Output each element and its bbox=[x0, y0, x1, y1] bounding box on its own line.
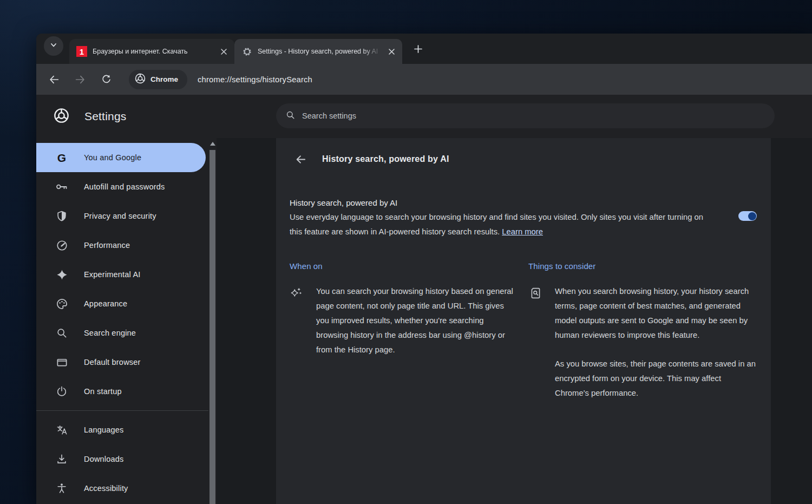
things-to-consider-heading: Things to consider bbox=[528, 261, 757, 271]
things-paragraph: When you search browsing history, your h… bbox=[555, 284, 757, 343]
settings-main-area: History search, powered by AI History se… bbox=[217, 138, 812, 504]
setting-description: Use everyday language to search your bro… bbox=[290, 210, 711, 239]
settings-search-box[interactable] bbox=[276, 103, 775, 128]
tab-strip: 1 Браузеры и интернет. Скачать Settings … bbox=[36, 34, 812, 64]
when-on-text: You can search your browsing history bas… bbox=[316, 284, 514, 357]
google-g-icon: G bbox=[55, 151, 68, 164]
doc-search-icon bbox=[528, 286, 542, 300]
new-tab-button[interactable] bbox=[410, 41, 426, 57]
things-to-consider-column: Things to consider bbox=[528, 261, 757, 401]
sidebar-divider bbox=[36, 410, 208, 411]
close-tab-icon[interactable] bbox=[217, 45, 230, 58]
sidebar-item-default-browser[interactable]: Default browser bbox=[36, 348, 208, 377]
back-arrow-icon[interactable] bbox=[294, 153, 307, 166]
history-search-toggle[interactable] bbox=[738, 211, 757, 221]
subpage-title: History search, powered by AI bbox=[322, 154, 449, 164]
when-on-heading: When on bbox=[290, 261, 528, 271]
setting-label: History search, powered by AI bbox=[290, 198, 716, 207]
chip-label: Chrome bbox=[150, 75, 178, 83]
tab-channel-one[interactable]: 1 Браузеры и интернет. Скачать bbox=[69, 39, 234, 64]
forward-button[interactable] bbox=[71, 71, 89, 88]
channel-one-favicon: 1 bbox=[76, 46, 87, 57]
chrome-logo-icon bbox=[134, 73, 146, 87]
sidebar-scrollbar bbox=[208, 138, 217, 504]
sidebar-item-accessibility[interactable]: Accessibility bbox=[36, 474, 208, 503]
desktop-background: 1 Браузеры и интернет. Скачать Settings … bbox=[0, 0, 812, 504]
shield-icon bbox=[55, 210, 68, 222]
download-icon bbox=[55, 453, 68, 466]
power-icon bbox=[55, 385, 68, 398]
close-tab-icon[interactable] bbox=[385, 45, 398, 58]
sidebar-item-you-and-google[interactable]: G You and Google bbox=[36, 143, 206, 172]
sidebar-item-downloads[interactable]: Downloads bbox=[36, 444, 208, 474]
toggle-knob bbox=[748, 212, 756, 220]
scrollbar-thumb[interactable] bbox=[209, 150, 215, 504]
sidebar-item-search-engine[interactable]: Search engine bbox=[36, 318, 208, 348]
gear-icon bbox=[241, 46, 252, 57]
speedometer-icon bbox=[55, 239, 68, 252]
settings-sidebar: G You and Google Autofill and passwords … bbox=[36, 138, 208, 504]
search-icon bbox=[285, 110, 296, 122]
key-icon bbox=[55, 180, 68, 193]
things-paragraph: As you browse sites, their page contents… bbox=[555, 357, 757, 401]
sparkles-icon bbox=[290, 286, 304, 300]
scrollbar-up-arrow[interactable] bbox=[210, 142, 215, 146]
sidebar-item-on-startup[interactable]: On startup bbox=[36, 377, 208, 406]
tab-title: Браузеры и интернет. Скачать bbox=[93, 48, 217, 55]
when-on-column: When on You can search your browsi bbox=[290, 261, 528, 401]
browser-toolbar: Chrome chrome://settings/historySearch bbox=[36, 64, 812, 95]
sparkle-icon bbox=[55, 268, 68, 281]
settings-header: Settings bbox=[36, 95, 812, 138]
accessibility-icon bbox=[55, 482, 68, 495]
sidebar-item-autofill[interactable]: Autofill and passwords bbox=[36, 172, 208, 201]
sidebar-item-privacy[interactable]: Privacy and security bbox=[36, 201, 208, 231]
browser-window: 1 Браузеры и интернет. Скачать Settings … bbox=[36, 34, 812, 504]
tab-settings[interactable]: Settings - History search, powered by AI bbox=[234, 39, 402, 64]
settings-search-input[interactable] bbox=[302, 112, 735, 120]
browser-window-icon bbox=[55, 356, 68, 369]
translate-icon bbox=[55, 423, 68, 436]
tab-search-button[interactable] bbox=[44, 36, 63, 56]
sidebar-item-appearance[interactable]: Appearance bbox=[36, 289, 208, 318]
palette-icon bbox=[55, 297, 68, 310]
magnifier-icon bbox=[55, 326, 68, 339]
tab-title: Settings - History search, powered by AI bbox=[258, 48, 385, 55]
history-search-card: History search, powered by AI History se… bbox=[276, 138, 771, 504]
sidebar-item-performance[interactable]: Performance bbox=[36, 231, 208, 260]
chevron-down-icon bbox=[49, 41, 58, 51]
omnibox-url[interactable]: chrome://settings/historySearch bbox=[198, 75, 312, 84]
history-search-setting-row: History search, powered by AI Use everyd… bbox=[290, 198, 757, 239]
chrome-logo-icon bbox=[53, 107, 70, 126]
reload-button[interactable] bbox=[97, 71, 115, 88]
back-button[interactable] bbox=[45, 71, 63, 88]
subpage-title-row: History search, powered by AI bbox=[276, 138, 771, 180]
chrome-url-chip[interactable]: Chrome bbox=[129, 70, 187, 89]
learn-more-link[interactable]: Learn more bbox=[502, 227, 543, 236]
sidebar-item-languages[interactable]: Languages bbox=[36, 415, 208, 444]
info-columns: When on You can search your browsi bbox=[290, 261, 757, 401]
sidebar-item-experimental-ai[interactable]: Experimental AI bbox=[36, 260, 208, 289]
settings-page-title: Settings bbox=[84, 110, 126, 123]
settings-body: G You and Google Autofill and passwords … bbox=[36, 138, 812, 504]
